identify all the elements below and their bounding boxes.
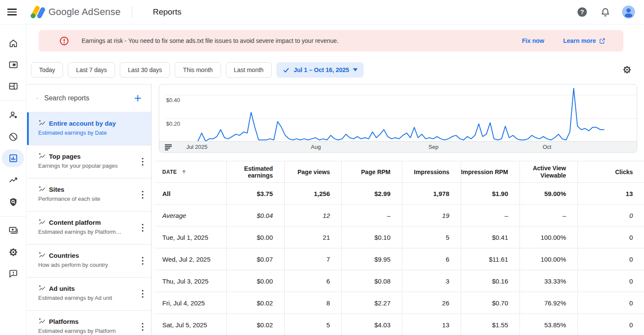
cell: 13 <box>402 314 461 335</box>
help-icon[interactable]: ? <box>575 5 589 19</box>
report-item-subtitle: Performance of each site <box>38 196 137 202</box>
cell: 13 <box>577 183 644 205</box>
table-row-average: Average $0.04 12 – 19 – – 0 <box>155 205 644 226</box>
nav-settings-icon[interactable] <box>0 243 27 261</box>
column-header-estimated-earnings[interactable]: Estimated earnings <box>226 161 284 183</box>
learn-more-label: Learn more <box>563 37 596 44</box>
cell: 100.00% <box>519 248 577 270</box>
cell: $0.02 <box>226 314 284 335</box>
report-item-top-pages[interactable]: Top pages Earnings for your popular page… <box>27 145 151 178</box>
nav-policy-center-icon[interactable] <box>0 193 27 211</box>
date-header-label: DATE <box>162 169 177 175</box>
table-row: Tue, Jul 1, 2025 $0.00 21 $0.10 5 $0.41 … <box>155 226 644 248</box>
report-item-title: Countries <box>49 252 79 259</box>
cell: 100.00% <box>519 226 577 248</box>
chip-today[interactable]: Today <box>31 62 63 78</box>
nav-brand-safety-icon[interactable] <box>0 128 27 146</box>
learn-more-link[interactable]: Learn more <box>563 37 605 44</box>
rail-divider <box>0 216 26 217</box>
earnings-line-chart <box>159 85 637 141</box>
auto-report-icon <box>38 119 46 127</box>
auto-report-icon <box>38 185 46 193</box>
report-item-title: Ad units <box>49 285 75 292</box>
nav-ads-icon[interactable] <box>0 56 27 74</box>
chart-data-table-toggle-icon[interactable] <box>165 144 172 152</box>
more-options-kebab-icon[interactable] <box>142 190 144 201</box>
column-header-impressions[interactable]: Impressions <box>402 161 461 183</box>
nav-privacy-messaging-icon[interactable] <box>0 106 27 124</box>
column-header-impression-rpm[interactable]: Impression RPM <box>461 161 519 183</box>
top-app-bar: Google AdSense Reports ? <box>0 0 644 24</box>
cell: 0 <box>577 270 644 292</box>
cell: 26 <box>402 292 461 314</box>
column-header-date[interactable]: DATE <box>155 161 226 183</box>
nav-sites-icon[interactable] <box>0 77 27 95</box>
nav-optimization-icon[interactable] <box>0 171 27 189</box>
nav-home-icon[interactable] <box>0 34 27 52</box>
page-title: Reports <box>153 7 182 17</box>
report-settings-gear-icon[interactable] <box>622 65 632 76</box>
cell: 1,978 <box>402 183 461 205</box>
cell: $3.75 <box>226 183 284 205</box>
fix-now-link[interactable]: Fix now <box>522 37 544 44</box>
report-item-title: Content platform <box>49 219 101 226</box>
report-item-content-platform[interactable]: Content platform Estimated earnings by P… <box>27 211 151 244</box>
menu-icon[interactable] <box>7 7 18 17</box>
auto-report-icon <box>38 284 46 293</box>
column-header-clicks[interactable]: Clicks <box>577 161 644 183</box>
more-options-kebab-icon[interactable] <box>142 323 144 333</box>
account-avatar[interactable] <box>622 5 635 19</box>
chart-plot-area[interactable]: $0.40 $0.20 <box>159 85 637 141</box>
cell: $0.00 <box>226 226 284 248</box>
cell: 5 <box>402 226 461 248</box>
column-header-page-rpm[interactable]: Page RPM <box>341 161 402 183</box>
chip-last-month[interactable]: Last month <box>226 62 272 78</box>
chip-last-7-days[interactable]: Last 7 days <box>68 62 115 78</box>
cell: 0 <box>577 292 644 314</box>
more-options-kebab-icon[interactable] <box>142 257 144 267</box>
report-item-title: Platforms <box>49 318 79 325</box>
adsense-logo-glyph <box>28 5 45 19</box>
report-item-ad-units[interactable]: Ad units Estimated earnings by Ad unit <box>27 278 151 311</box>
auto-report-icon <box>38 317 46 326</box>
active-view-viewable-label: Active View Viewable <box>520 165 566 179</box>
nav-reports-icon-active[interactable] <box>0 149 27 167</box>
adsense-logo[interactable]: Google AdSense <box>28 5 121 19</box>
search-reports-row <box>27 85 151 112</box>
column-header-page-views[interactable]: Page views <box>284 161 341 183</box>
nav-feedback-icon[interactable] <box>0 265 27 283</box>
auto-report-icon <box>38 152 46 160</box>
report-item-sites[interactable]: Sites Performance of each site <box>27 178 151 211</box>
earnings-line-path <box>198 88 604 141</box>
cell-date: Fri, Jul 4, 2025 <box>155 292 226 314</box>
chip-custom-range-selected[interactable]: Jul 1 – Oct 16, 2025 <box>276 62 364 78</box>
report-item-entire-account-by-day[interactable]: Entire account by day Estimated earnings… <box>27 112 151 145</box>
chip-last-30-days[interactable]: Last 30 days <box>120 62 170 78</box>
cell: 12 <box>284 205 341 226</box>
report-item-countries[interactable]: Countries How ads perform by country <box>27 244 151 278</box>
report-item-title: Sites <box>49 186 64 193</box>
nav-rail <box>0 24 27 335</box>
table-row-all: All $3.75 1,256 $2.99 1,978 $1.90 59.00%… <box>155 183 644 205</box>
external-link-icon <box>599 38 605 44</box>
cell: 53.85% <box>519 314 577 335</box>
nav-payments-icon[interactable] <box>0 221 27 239</box>
divider <box>132 6 132 18</box>
cell: 1,256 <box>284 183 341 205</box>
chart-x-label: Oct <box>543 144 551 150</box>
notifications-bell-icon[interactable] <box>598 5 612 19</box>
table-header-row: DATE Estimated earnings Page views Page … <box>155 161 644 183</box>
add-report-plus-icon[interactable] <box>133 94 143 103</box>
cell: $0.07 <box>226 248 284 270</box>
cell: – <box>519 205 577 226</box>
chip-this-month[interactable]: This month <box>175 62 221 78</box>
cell-date: All <box>155 183 226 205</box>
column-header-active-view-viewable[interactable]: Active View Viewable <box>519 161 577 183</box>
more-options-kebab-icon[interactable] <box>142 157 144 168</box>
report-item-platforms[interactable]: Platforms Estimated earnings by Platform <box>27 311 151 335</box>
cell: 0 <box>577 205 644 226</box>
search-reports-input[interactable] <box>44 94 133 102</box>
cell: $0.00 <box>226 270 284 292</box>
more-options-kebab-icon[interactable] <box>142 223 144 234</box>
more-options-kebab-icon[interactable] <box>142 290 144 300</box>
